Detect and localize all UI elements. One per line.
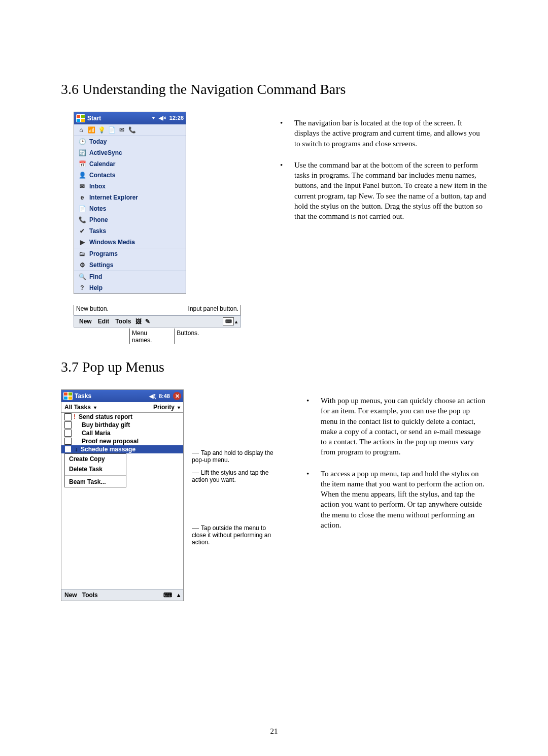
toolbar-button-icon[interactable]: ✎	[143, 318, 152, 325]
task-list: ! Send status report Buy birthday gift C…	[61, 413, 183, 589]
nav-title[interactable]: Tasks	[75, 392, 91, 400]
heading-3-7: 3.7 Pop up Menus	[61, 359, 487, 375]
speaker-icon[interactable]: ◀ξ	[149, 393, 156, 400]
menu-item-notes[interactable]: 📄Notes	[74, 203, 186, 214]
cmd-tools[interactable]: Tools	[112, 318, 134, 325]
input-panel-button[interactable]: ⌨	[163, 591, 172, 599]
cmd-edit[interactable]: Edit	[95, 318, 113, 325]
callout-menu-names: Menu names.	[129, 328, 154, 344]
callout-buttons: Buttons.	[174, 328, 201, 344]
tray-icon[interactable]: ✉	[118, 126, 126, 134]
annotation: Tap and hold to display the pop-up menu.	[189, 449, 280, 464]
menu-item-ie[interactable]: eInternet Explorer	[74, 192, 186, 203]
menu-item-media[interactable]: ▶Windows Media	[74, 237, 186, 248]
toolbar-button-icon[interactable]: 🖼	[134, 318, 143, 325]
task-row-selected[interactable]: ↓ Schedule massage	[61, 445, 183, 453]
tray-row: ⌂ 📶 💡 📄 ✉ 📞	[74, 124, 186, 136]
popup-item-delete-task[interactable]: Delete Task	[65, 464, 126, 474]
menu-label: Programs	[89, 250, 118, 257]
checkbox-icon[interactable]	[64, 438, 72, 445]
menu-item-phone[interactable]: 📞Phone	[74, 214, 186, 225]
tray-icon[interactable]: 📄	[108, 126, 116, 134]
popup-separator	[65, 475, 126, 476]
tasks-icon: ✔	[78, 227, 86, 235]
menu-label: Notes	[89, 205, 106, 212]
activesync-icon: 🔄	[78, 149, 86, 157]
checkbox-icon[interactable]	[64, 446, 72, 453]
command-bar-figure: New button. Input panel button. New Edit…	[74, 305, 241, 344]
tasks-popup-screenshot: Tasks ◀ξ 8:48 ✕ All Tasks Priority	[61, 389, 184, 601]
menu-item-today[interactable]: 🕒Today	[74, 136, 186, 147]
input-panel-button[interactable]: ⌨	[223, 317, 234, 325]
menu-item-contacts[interactable]: 👤Contacts	[74, 170, 186, 181]
menu-item-find[interactable]: 🔍Find	[74, 271, 186, 282]
speaker-icon[interactable]: ◀×	[159, 115, 166, 121]
programs-icon: 🗂	[78, 250, 86, 258]
task-row[interactable]: Call Maria	[61, 429, 183, 437]
menu-label: Help	[89, 284, 102, 291]
bullet-text: To access a pop up menu, tap and hold th…	[300, 469, 487, 531]
checkbox-icon[interactable]	[64, 413, 72, 420]
annotation: Lift the stylus and tap the action you w…	[189, 469, 280, 484]
cmd-new[interactable]: New	[76, 318, 95, 325]
tray-icon[interactable]: 💡	[97, 126, 106, 134]
menu-item-programs[interactable]: 🗂Programs	[74, 248, 186, 259]
menu-item-activesync[interactable]: 🔄ActiveSync	[74, 147, 186, 158]
start-menu-screenshot: Start ◀× 12:26 ⌂ 📶 💡 📄 ✉ 📞	[74, 112, 186, 294]
tray-icon[interactable]: ⌂	[77, 126, 85, 134]
menu-label: Calendar	[89, 160, 115, 168]
bullet-text: With pop up menus, you can quickly choos…	[300, 396, 487, 457]
nav-bar: Tasks ◀ξ 8:48 ✕	[61, 390, 183, 402]
inbox-icon: ✉	[78, 182, 86, 190]
popup-item-beam-task[interactable]: Beam Task...	[65, 477, 126, 487]
task-label: Proof new proposal	[82, 438, 139, 445]
checkbox-icon[interactable]	[64, 430, 72, 437]
filter-priority[interactable]: Priority	[153, 404, 180, 411]
section-3-6-bullets: The navigation bar is located at the top…	[274, 118, 487, 221]
start-menu-body: 🕒Today 🔄ActiveSync 📅Calendar 👤Contacts ✉…	[74, 136, 186, 293]
nav-bar: Start ◀× 12:26	[74, 112, 186, 124]
tray-icon[interactable]: 📶	[87, 126, 95, 134]
close-icon[interactable]: ✕	[173, 392, 181, 400]
popup-item-create-copy[interactable]: Create Copy	[65, 454, 126, 464]
notes-icon: 📄	[78, 205, 86, 213]
menu-item-help[interactable]: ?Help	[74, 282, 186, 293]
bullet-text: Use the command bar at the bottom of the…	[274, 160, 487, 222]
ie-icon: e	[78, 193, 86, 202]
section-3-7-bullets: With pop up menus, you can quickly choos…	[300, 396, 487, 530]
menu-item-settings[interactable]: ⚙Settings	[74, 259, 186, 271]
menu-label: Internet Explorer	[89, 194, 138, 201]
find-icon: 🔍	[78, 273, 86, 281]
menu-item-calendar[interactable]: 📅Calendar	[74, 158, 186, 170]
task-label: Buy birthday gift	[82, 421, 130, 429]
task-row[interactable]: ! Send status report	[61, 413, 183, 421]
cmd-tools[interactable]: Tools	[82, 591, 98, 599]
menu-label: Phone	[89, 216, 108, 223]
menu-item-tasks[interactable]: ✔Tasks	[74, 225, 186, 237]
menu-label: Find	[89, 273, 102, 280]
help-icon: ?	[78, 284, 86, 292]
page-number: 21	[0, 727, 548, 736]
filter-all-tasks[interactable]: All Tasks	[64, 404, 96, 411]
input-panel-caret-icon[interactable]: ▴	[177, 591, 180, 599]
menu-label: Contacts	[89, 172, 115, 179]
cmd-new[interactable]: New	[64, 591, 77, 599]
menu-label: Settings	[89, 261, 113, 269]
menu-label: Today	[89, 138, 107, 145]
tasks-empty-area[interactable]	[61, 487, 183, 589]
checkbox-icon[interactable]	[64, 421, 72, 429]
signal-icon[interactable]	[151, 115, 156, 121]
settings-icon: ⚙	[78, 261, 86, 269]
annotation: Tap outside the menu to close it without…	[189, 524, 280, 546]
nav-time[interactable]: 12:26	[169, 115, 184, 121]
calendar-icon: 📅	[78, 160, 86, 168]
menu-item-inbox[interactable]: ✉Inbox	[74, 181, 186, 192]
task-row[interactable]: Buy birthday gift	[61, 421, 183, 429]
tray-icon[interactable]: 📞	[128, 126, 136, 134]
contacts-icon: 👤	[78, 171, 86, 179]
task-row[interactable]: Proof new proposal	[61, 437, 183, 445]
nav-title[interactable]: Start	[87, 115, 101, 122]
input-panel-caret-icon[interactable]: ▴	[234, 319, 238, 324]
today-icon: 🕒	[78, 138, 86, 146]
nav-time[interactable]: 8:48	[159, 393, 170, 399]
